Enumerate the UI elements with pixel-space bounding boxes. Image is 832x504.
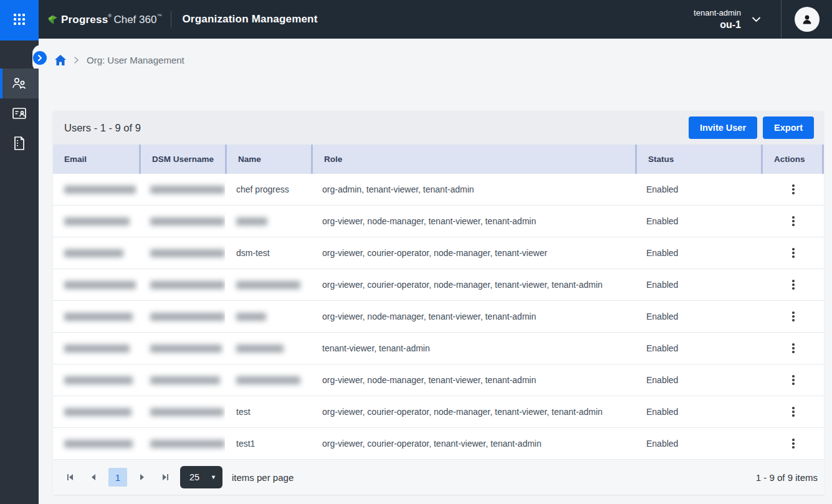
row-actions-menu-button[interactable] <box>786 436 801 451</box>
redacted-text <box>150 281 225 289</box>
cell-dsm-username <box>139 364 225 396</box>
items-per-page-label: items per page <box>232 472 294 483</box>
id-card-icon <box>12 107 27 120</box>
cell-actions <box>761 269 824 300</box>
sidebar-item-id-card[interactable] <box>0 98 39 128</box>
row-actions-menu-button[interactable] <box>786 373 801 388</box>
cell-email <box>53 396 139 427</box>
brand-progress-text: Progress® <box>61 13 112 26</box>
cell-role: org-admin, tenant-viewer, tenant-admin <box>311 174 635 205</box>
page-number-button[interactable]: 1 <box>108 468 127 487</box>
first-page-button[interactable] <box>62 469 79 485</box>
column-header-actions: Actions <box>761 145 824 174</box>
cell-status: Enabled <box>635 333 761 364</box>
page-size-select[interactable]: 25 ▼ <box>180 466 222 488</box>
cell-dsm-username <box>139 333 225 364</box>
redacted-text <box>236 345 284 353</box>
table-row: org-viewer, courier-operator, node-manag… <box>53 269 824 301</box>
table-row: org-viewer, node-manager, tenant-viewer,… <box>53 364 824 396</box>
column-header-email[interactable]: Email <box>53 145 139 174</box>
redacted-text <box>64 249 123 257</box>
redacted-text <box>150 345 222 353</box>
invite-user-button[interactable]: Invite User <box>689 116 757 139</box>
cell-actions <box>761 428 824 459</box>
avatar <box>795 7 820 32</box>
redacted-text <box>64 281 136 289</box>
column-header-name[interactable]: Name <box>225 145 311 174</box>
breadcrumb-current: Org: User Management <box>87 55 184 65</box>
cell-name: dsm-test <box>225 237 311 269</box>
row-actions-menu-button[interactable] <box>786 341 801 356</box>
row-actions-menu-button[interactable] <box>786 182 801 197</box>
cell-dsm-username <box>139 396 225 427</box>
policy-document-icon <box>12 136 26 151</box>
users-card: Users - 1 - 9 of 9 Invite User Export Em… <box>53 111 824 495</box>
cell-status: Enabled <box>635 174 761 205</box>
column-header-dsm-username[interactable]: DSM Username <box>139 145 225 174</box>
breadcrumb: Org: User Management <box>55 55 184 65</box>
redacted-text <box>236 313 266 321</box>
cell-status: Enabled <box>635 428 761 459</box>
cell-email <box>53 269 139 300</box>
header-divider <box>171 11 171 27</box>
brand-chef-text: Chef 360™ <box>113 13 161 26</box>
chevron-down-icon[interactable] <box>752 17 761 22</box>
tenant-switcher[interactable]: tenant-admin ou-1 <box>694 8 741 31</box>
cell-dsm-username <box>139 269 225 300</box>
tenant-role: tenant-admin <box>694 8 741 18</box>
column-header-status[interactable]: Status <box>635 145 761 174</box>
cell-actions <box>761 396 824 427</box>
row-actions-menu-button[interactable] <box>786 245 801 260</box>
cell-role: org-viewer, node-manager, tenant-viewer,… <box>311 364 635 396</box>
cell-email <box>53 237 139 269</box>
cell-status: Enabled <box>635 396 761 427</box>
progress-logo-icon <box>47 14 59 26</box>
redacted-text <box>150 217 225 226</box>
items-range-label: 1 - 9 of 9 items <box>756 472 818 483</box>
export-button[interactable]: Export <box>763 116 814 139</box>
pagination-bar: 1 25 ▼ items per page 1 - 9 of 9 items <box>53 460 824 495</box>
cell-name: test <box>225 396 311 427</box>
table-row: org-viewer, node-manager, tenant-viewer,… <box>53 301 824 333</box>
redacted-text <box>64 408 131 416</box>
users-icon <box>11 76 27 91</box>
top-bar: Progress® Chef 360™ Organization Managem… <box>0 0 832 39</box>
redacted-text <box>236 281 300 289</box>
cell-actions <box>761 206 824 237</box>
redacted-text <box>236 376 300 384</box>
sidebar-item-users[interactable] <box>0 69 39 98</box>
redacted-text <box>64 186 136 194</box>
cell-actions <box>761 174 824 205</box>
sidebar-expand-button[interactable] <box>33 51 47 65</box>
home-icon[interactable] <box>55 55 66 65</box>
next-page-button[interactable] <box>134 469 150 485</box>
row-actions-menu-button[interactable] <box>786 404 801 419</box>
row-actions-menu-button[interactable] <box>786 277 801 292</box>
row-actions-menu-button[interactable] <box>786 214 801 229</box>
cell-dsm-username <box>139 301 225 332</box>
cell-actions <box>761 364 824 396</box>
user-menu-button[interactable] <box>782 7 832 32</box>
app-launcher-button[interactable] <box>0 0 39 40</box>
cell-role: org-viewer, node-manager, tenant-viewer,… <box>311 206 635 237</box>
person-icon <box>801 13 813 26</box>
previous-page-button[interactable] <box>85 469 102 485</box>
redacted-text <box>64 217 130 226</box>
sidebar-item-policy[interactable] <box>0 128 39 158</box>
brand-logo[interactable]: Progress® Chef 360™ <box>47 13 161 26</box>
column-header-role[interactable]: Role <box>311 145 635 174</box>
row-actions-menu-button[interactable] <box>786 309 801 324</box>
table-body: chef progressorg-admin, tenant-viewer, t… <box>53 174 824 460</box>
table-row: chef progressorg-admin, tenant-viewer, t… <box>53 174 824 206</box>
cell-email <box>53 364 139 396</box>
cell-actions <box>761 333 824 364</box>
table-header: Email DSM Username Name Role Status Acti… <box>53 145 824 174</box>
redacted-text <box>64 313 133 321</box>
waffle-icon <box>14 14 25 25</box>
table-row: test1org-viewer, courier-operator, tenan… <box>53 428 824 460</box>
last-page-button[interactable] <box>157 469 173 485</box>
card-title: Users - 1 - 9 of 9 <box>64 122 141 134</box>
cell-dsm-username <box>139 174 225 205</box>
cell-role: tenant-viewer, tenant-admin <box>311 333 635 364</box>
redacted-text <box>150 408 224 416</box>
